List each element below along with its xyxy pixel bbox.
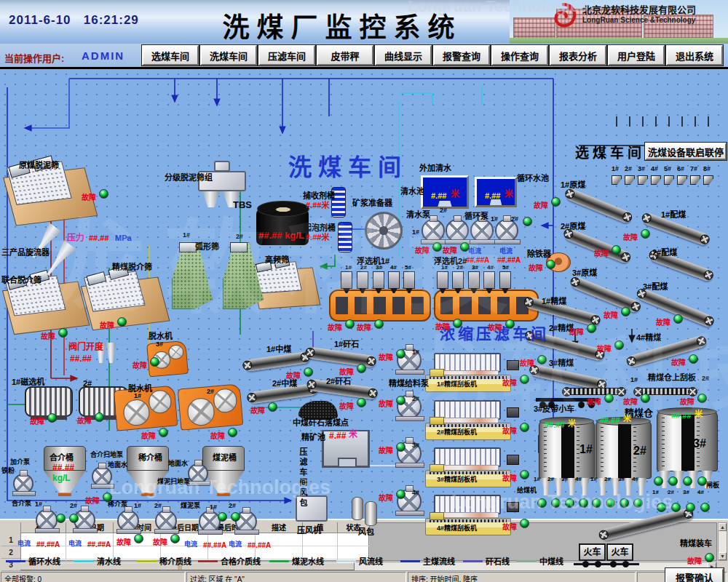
fault-light-icon [357, 364, 366, 373]
status-light-icon [218, 512, 227, 522]
fault-label: 故障 [286, 370, 301, 380]
legend-label: 煤泥水线 [292, 555, 324, 567]
conveyor-wheel-icon [640, 212, 652, 224]
scada-label: 1# [652, 490, 659, 496]
clean-coal-silo [539, 420, 595, 479]
flotation-feeder [452, 271, 464, 289]
status-light-icon [69, 514, 79, 523]
scada-label: 1# [345, 265, 352, 271]
chute-icon [612, 175, 622, 185]
air-receiver-tank [365, 501, 377, 526]
scada-label: 3#原煤 [572, 268, 597, 277]
fault-label: 故障 [82, 191, 96, 202]
chute-icon [651, 175, 661, 185]
fault-label: 故障 [379, 445, 393, 455]
pump [188, 463, 208, 484]
nav-button[interactable]: 曲线显示 [375, 45, 432, 65]
alarm-column-header[interactable]: 描述 [256, 522, 303, 533]
valve-hopper [96, 343, 106, 363]
silo-stripe [618, 424, 631, 478]
nav-buttons: 选煤车间洗煤车间压滤车间皮带秤曲线显示报警查询操作查询报表分析用户登陆退出系统 [142, 45, 724, 65]
alarm-confirm-button[interactable]: 报警确认 [665, 568, 724, 582]
legend-label: 矸石线 [486, 555, 510, 567]
scada-label: 浮选机1# [357, 257, 389, 266]
legend-label: 中煤线 [539, 555, 563, 567]
fault-light-icon [546, 260, 555, 269]
nav-button[interactable]: 操作查询 [491, 45, 548, 65]
train-wheel-icon [622, 561, 629, 567]
conveyor [564, 188, 633, 224]
fresh-water-tank-2 [475, 177, 517, 207]
scroll-up-icon[interactable]: ▲ [719, 523, 727, 531]
nav-button[interactable]: 选煤车间 [142, 45, 199, 65]
nav-button[interactable]: 皮带秤 [317, 45, 373, 65]
pump [470, 219, 494, 242]
scraper-cab [430, 369, 444, 377]
conveyor-wheel-icon [703, 269, 715, 282]
scada-label: 1# [441, 265, 448, 271]
scada-label: 合介扫地泵 [90, 452, 123, 459]
nav-button[interactable]: 洗煤车间 [200, 45, 257, 65]
train-wheel-icon [595, 561, 601, 567]
pump [36, 509, 58, 531]
legend-item: 稀介质线 [137, 555, 191, 567]
fault-light-icon [621, 307, 630, 316]
scada-label: 2# [229, 503, 236, 510]
nav-button[interactable]: 压滤车间 [258, 45, 315, 65]
silo-ticks [697, 418, 700, 466]
wash-equipment-interlock-button[interactable]: 洗煤设备联启联停 [645, 143, 727, 160]
train-wheel-icon [610, 561, 617, 567]
scada-label: 给煤机 [517, 487, 537, 495]
current-user-label: 当前操作用户: [4, 51, 64, 65]
fault-light-icon [705, 553, 714, 562]
status-light-icon [657, 503, 666, 512]
nav-button[interactable]: 退出系统 [666, 45, 723, 65]
status-light-icon [537, 498, 547, 508]
scada-label: 1#原煤 [561, 180, 585, 189]
status-light-icon [620, 498, 629, 508]
scada-label: 5# [664, 166, 671, 173]
fault-label: 故障 [502, 521, 517, 532]
conveyor [243, 351, 309, 372]
fault-light-icon [95, 412, 104, 422]
current-user-value: ADMIN [82, 49, 124, 62]
legend-item: 循环水线 [6, 555, 60, 567]
flotation-feeder [483, 271, 495, 289]
legend-item: 清水线 [74, 555, 121, 567]
fault-light-icon [396, 396, 405, 405]
nav-button[interactable]: 报警查询 [433, 45, 490, 65]
status-light-icon [633, 498, 643, 508]
nav-button[interactable]: 用户登陆 [608, 45, 665, 65]
status-light-icon [683, 477, 692, 486]
scraper-machine [425, 518, 511, 535]
time-text: 16:21:29 [84, 13, 139, 27]
silo-ticks [633, 427, 636, 474]
fault-label: 故障 [357, 322, 371, 332]
legend-line-swatch [400, 560, 420, 562]
vertical-scrollbar[interactable]: ▲ ▼ [718, 522, 727, 561]
fault-label: 故障 [210, 430, 225, 441]
fault-light-icon [103, 493, 112, 502]
conveyor [570, 276, 642, 314]
fault-light-icon [99, 189, 108, 199]
app-window: 2011-6-10 16:21:29 洗煤厂监控系统 北京龙软科技发展有限公司 … [0, 0, 728, 582]
nav-button[interactable]: 报表分析 [550, 45, 606, 65]
scada-label: MPa [115, 234, 132, 242]
scada-label: 1# [630, 377, 638, 384]
fault-label: 故障 [488, 322, 502, 332]
scraper-cab [430, 512, 444, 520]
conveyor-wheel-icon [648, 249, 660, 261]
chute-icon [638, 175, 648, 185]
fault-light-icon [505, 319, 515, 329]
conveyor [306, 346, 376, 367]
scada-label: 2# [456, 265, 463, 271]
scada-label: ##.## [70, 354, 92, 364]
scada-label: 循环水池 [517, 174, 549, 183]
alarm-column-header[interactable]: 值 [303, 522, 338, 533]
scada-label: 加介泵 [10, 459, 30, 466]
legend-label: 合格介质线 [221, 555, 261, 567]
conveyor-wheel-icon [569, 276, 582, 288]
scroll-down-icon[interactable]: ▼ [719, 552, 727, 560]
fault-label: 故障 [116, 536, 131, 547]
fault-light-icon [134, 534, 143, 543]
